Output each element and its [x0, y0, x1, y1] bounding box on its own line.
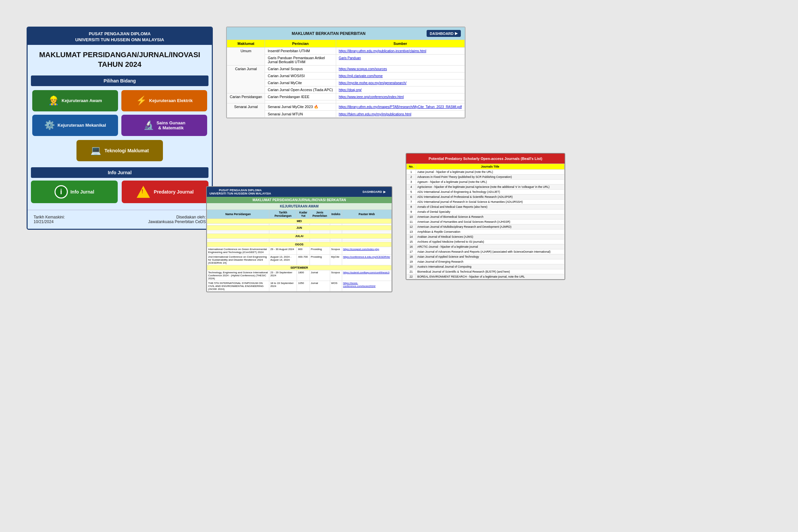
list-item: 13Amphibian & Reptile Conservation: [407, 229, 565, 234]
bottom-center-panel: PUSAT PENGAJIAN DIPLOMA UNIVERSITI TUN H…: [206, 186, 392, 292]
btn-awam[interactable]: 👷 Kejuruteraan Awam: [32, 90, 118, 111]
table-row: Technology, Engineering and Science Inte…: [207, 270, 392, 281]
list-item: 18Asian Journal of Applied Science and T…: [407, 254, 565, 259]
link-icesdr[interactable]: https://conference.k.edu.my/ICESDR#e/: [343, 255, 391, 258]
list-item: 1Aatse journal - hijacker of a legitimat…: [407, 170, 565, 174]
col-jenis: Jenis Penerbitan: [309, 210, 330, 219]
table-row: THE 5TH INTERNATIONAL SYMPOSIUM ON CIVIL…: [207, 281, 392, 291]
col-nama: Nama Persidangan: [207, 210, 269, 219]
month-row-jun: JUN: [207, 225, 392, 230]
category-umum: Umum: [227, 48, 265, 65]
conf-table: Nama Persidangan Tarikh Persidangan Kada…: [207, 209, 392, 291]
bidang-grid: 👷 Kejuruteraan Awam ⚡ Kejuruteraan Elekt…: [27, 88, 212, 138]
table-row: 2nd International Conference on Civil En…: [207, 255, 392, 265]
btn-elektrik[interactable]: ⚡ Kejuruteraan Elektrik: [121, 90, 207, 111]
left-panel: PUSAT PENGAJIAN DIPLOMA UNIVERSITI TUN H…: [26, 26, 213, 230]
br-header: Potential Predatory Scholarly Open-acces…: [406, 154, 565, 164]
arrow-icon: ▶: [455, 31, 457, 36]
footer-info: Tarikh Kemaskini: 10/21/2024 Disediakan …: [27, 210, 212, 229]
list-item: 3Agesum - hijacker of a legitimate journ…: [407, 179, 565, 185]
bc-arrow-icon: ▶: [383, 190, 386, 193]
jurnal-section: i Info Jurnal Predatory Journal: [27, 180, 212, 207]
list-item: 20Austra's International Journal of Comp…: [407, 264, 565, 269]
list-item: 10American Journal of Biomedical Science…: [407, 214, 565, 220]
col-title: Journals Title: [416, 164, 565, 170]
col-indeks: Indeks: [330, 210, 342, 219]
col-no: No.: [407, 164, 416, 170]
link-mycite-list[interactable]: https://library.uthm.edu.my/images/PTAB/…: [339, 105, 462, 109]
link-ieee[interactable]: https://www.ieee.org/conferences/index.h…: [339, 95, 404, 99]
col-kadar: Kadar Yut: [297, 210, 309, 219]
link-thesic[interactable]: https://submit.confbay.com/conf/thesic3: [343, 271, 390, 274]
bidang-center: 💻 Teknologi Maklumat: [27, 138, 212, 165]
link-wos[interactable]: https://mjl.clarivate.com/home: [339, 74, 383, 78]
list-item: 4Agriscience - hijacker of the legitimat…: [407, 185, 565, 190]
list-item: 12American Journal of Multidisciplinary …: [407, 225, 565, 229]
elektrik-icon: ⚡: [136, 95, 147, 106]
month-row-julai: JULAI: [207, 234, 392, 239]
list-item: 8Annals of Clinical and Medical Case Rep…: [407, 205, 565, 209]
bottom-right-panel: Potential Predatory Scholarly Open-acces…: [406, 153, 565, 280]
month-row-ogos: OGOS: [207, 242, 392, 247]
category-carian-jurnal: Carian Jurnal: [227, 65, 265, 93]
month-row-mei: MEI: [207, 219, 392, 224]
table-row: Carian Jurnal Carian Jurnal Scopus https…: [227, 65, 465, 73]
panel-title: MAKLUMAT BERKAITAN PENERBITAN: [231, 31, 426, 36]
bc-dashboard-btn[interactable]: DASHBOARD ▶: [359, 189, 390, 195]
left-header: PUSAT PENGAJIAN DIPLOMA UNIVERSITI TUN H…: [27, 27, 212, 45]
info-icon: i: [55, 185, 68, 198]
worker-icon: 👷: [48, 95, 59, 106]
warning-icon-container: [137, 186, 150, 198]
list-item: 6ADU International Journal of Profession…: [407, 194, 565, 200]
btn-sains[interactable]: 🔬 Sains Gunaan& Matematik: [121, 115, 207, 136]
list-item: 9Annals of Dental Specialty: [407, 209, 565, 214]
month-row-sep: SEPTEMBER: [207, 265, 392, 270]
link-doaj[interactable]: https://doaj.org/: [339, 88, 362, 92]
laptop-icon: 💻: [91, 145, 101, 156]
list-item: 2Advances in Fixed Point Theory (publish…: [407, 174, 565, 179]
jurnal-row: i Info Jurnal Predatory Journal: [31, 180, 208, 203]
bc-sub-header: MAKLUMAT PERSIDANGAN/JURNAL/INOVASI BERK…: [207, 197, 392, 203]
col-pautan: Pautan Web: [342, 210, 391, 219]
col-perincian: Perincian: [265, 40, 336, 48]
list-item: 14Arabian Journal of Medical Sciences (A…: [407, 234, 565, 240]
btn-teknologi[interactable]: 💻 Teknologi Maklumat: [76, 140, 163, 161]
btn-mekanikal[interactable]: ⚙️ Kejuruteraan Mekanikal: [32, 115, 118, 136]
link-insentif[interactable]: https://library.uthm.edu.my/publication-…: [339, 49, 426, 53]
panel-header: MAKLUMAT BERKAITAN PENERBITAN DASHBOARD …: [227, 27, 465, 40]
info-table: Maklumat Perincian Sumber Umum Insentif …: [227, 40, 465, 118]
sains-icon: 🔬: [143, 120, 154, 130]
link-scopus[interactable]: https://www.scopus.com/sources: [339, 67, 387, 71]
link-garis-panduan[interactable]: Garis Panduan: [339, 56, 361, 60]
bc-section-header: KEJURUTERAAN AWAM: [207, 203, 392, 209]
link-icongeet[interactable]: https://icongeet.com/index.php: [343, 248, 379, 251]
list-item: 17Asian Journal of Advances Research and…: [407, 249, 565, 254]
category-persidangan: Carian Persidangan: [227, 93, 265, 103]
footer-right: Disediakan oleh: Jawatankuasa Penerbitan…: [148, 215, 206, 224]
table-row: Carian Persidangan Carian Persidangan IE…: [227, 93, 465, 100]
mekanikal-icon: ⚙️: [44, 120, 55, 130]
left-header-line1: PUSAT PENGAJIAN DIPLOMA: [30, 31, 209, 37]
link-mycite[interactable]: https://mycite.mohe.gov.my/en/generalsea…: [339, 81, 407, 85]
col-maklumat: Maklumat: [227, 40, 265, 48]
top-right-panel: MAKLUMAT BERKAITAN PENERBITAN DASHBOARD …: [226, 26, 466, 118]
footer-left: Tarikh Kemaskini: 10/21/2024: [34, 215, 65, 224]
list-item: 5ADU International Journal of Engineerin…: [407, 190, 565, 194]
left-header-line2: UNIVERSITI TUN HUSSEIN ONN MALAYSIA: [30, 37, 209, 43]
list-item: 7ADU International journal of Research i…: [407, 200, 565, 205]
dashboard-button[interactable]: DASHBOARD ▶: [426, 30, 461, 37]
btn-predatory-journal[interactable]: Predatory Journal: [122, 180, 208, 203]
table-row: International Conference on Green Enviro…: [207, 247, 392, 255]
list-item: 11American Journal of Humanities and Soc…: [407, 220, 565, 225]
col-sumber: Sumber: [336, 40, 464, 48]
btn-info-jurnal[interactable]: i Info Jurnal: [31, 180, 118, 203]
category-senarai: Senarai Jurnal: [227, 103, 265, 118]
col-tarikh: Tarikh Persidangan: [269, 210, 297, 219]
link-mtun[interactable]: https://fskm.uthm.edu.my/my/im/publicati…: [339, 112, 411, 116]
list-item: 16ARCTIC-Journal - hijacker of a legitim…: [407, 244, 565, 249]
list-item: 15Archives of Applied Medicine (referred…: [407, 240, 565, 244]
link-iscee[interactable]: https://iscee-conference.com/iscee2024/: [343, 282, 376, 288]
table-row: Umum Insentif Penerbitan UTHM https://li…: [227, 48, 465, 55]
list-item: 19Asian Journal of Emerging Research: [407, 259, 565, 264]
bc-header-text: PUSAT PENGAJIAN DIPLOMA UNIVERSITI TUN H…: [209, 189, 271, 195]
